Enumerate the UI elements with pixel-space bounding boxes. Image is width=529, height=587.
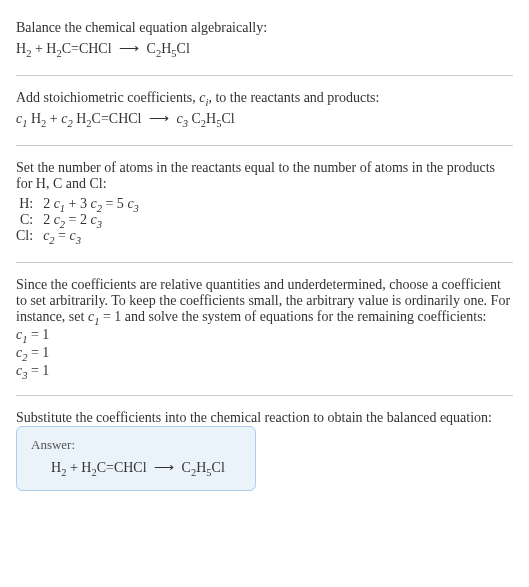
unbalanced-equation: H2 + H2C=CHCl ⟶ C2H5Cl — [16, 40, 513, 57]
coefficient-value: c3 = 1 — [16, 363, 513, 379]
divider — [16, 75, 513, 76]
step-text: Set the number of atoms in the reactants… — [16, 160, 513, 192]
step-text: Substitute the coefficients into the che… — [16, 410, 513, 426]
divider — [16, 145, 513, 146]
element-equation: c2 = c3 — [43, 228, 139, 244]
reactant-1: H2 — [51, 460, 66, 475]
table-row: C: 2 c2 = 2 c3 — [16, 212, 139, 228]
atom-equations-table: H: 2 c1 + 3 c2 = 5 c3 C: 2 c2 = 2 c3 Cl:… — [16, 196, 139, 244]
plus: + — [31, 41, 46, 56]
solve-section: Since the coefficients are relative quan… — [16, 269, 513, 389]
reactant-2: H2C=CHCl — [81, 460, 146, 475]
coefficient-equation: c1 H2 + c2 H2C=CHCl ⟶ c3 C2H5Cl — [16, 110, 513, 127]
arrow-icon: ⟶ — [145, 110, 173, 127]
add-coefficients-section: Add stoichiometric coefficients, ci, to … — [16, 82, 513, 139]
product-1: C2H5Cl — [147, 41, 190, 56]
arrow-icon: ⟶ — [150, 459, 178, 476]
element-equation: 2 c2 = 2 c3 — [43, 212, 139, 228]
element-equation: 2 c1 + 3 c2 = 5 c3 — [43, 196, 139, 212]
reactant-1: H2 — [16, 41, 31, 56]
substitute-section: Substitute the coefficients into the che… — [16, 402, 513, 499]
atom-balance-section: Set the number of atoms in the reactants… — [16, 152, 513, 256]
element-label: Cl: — [16, 228, 43, 244]
product-1: C2H5Cl — [182, 460, 225, 475]
reactant-2: H2C=CHCl — [46, 41, 111, 56]
intro-text: Balance the chemical equation algebraica… — [16, 20, 513, 36]
table-row: Cl: c2 = c3 — [16, 228, 139, 244]
element-label: C: — [16, 212, 43, 228]
answer-box: Answer: H2 + H2C=CHCl ⟶ C2H5Cl — [16, 426, 256, 491]
table-row: H: 2 c1 + 3 c2 = 5 c3 — [16, 196, 139, 212]
solved-coefficients: c1 = 1 c2 = 1 c3 = 1 — [16, 327, 513, 379]
arrow-icon: ⟶ — [115, 40, 143, 57]
answer-label: Answer: — [31, 437, 241, 453]
plus: + — [66, 460, 81, 475]
element-label: H: — [16, 196, 43, 212]
coefficient-value: c1 = 1 — [16, 327, 513, 343]
divider — [16, 395, 513, 396]
divider — [16, 262, 513, 263]
balanced-equation: H2 + H2C=CHCl ⟶ C2H5Cl — [31, 459, 241, 476]
step-text: Add stoichiometric coefficients, ci, to … — [16, 90, 513, 106]
intro-section: Balance the chemical equation algebraica… — [16, 12, 513, 69]
step-text: Since the coefficients are relative quan… — [16, 277, 513, 325]
coefficient-value: c2 = 1 — [16, 345, 513, 361]
